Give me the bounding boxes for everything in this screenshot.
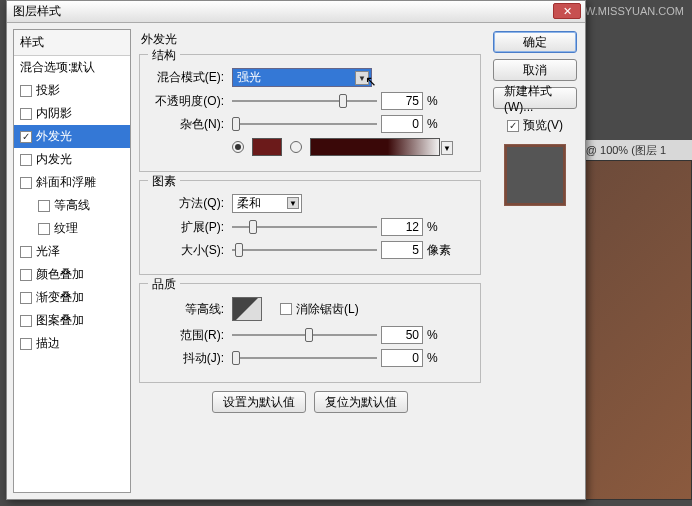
style-item[interactable]: 等高线: [14, 194, 130, 217]
style-item[interactable]: 颜色叠加: [14, 263, 130, 286]
pct-unit: %: [427, 351, 455, 365]
antialias-label: 消除锯齿(L): [296, 301, 359, 318]
style-checkbox[interactable]: [20, 85, 32, 97]
pct-unit: %: [427, 94, 455, 108]
style-item[interactable]: 光泽: [14, 240, 130, 263]
new-style-button[interactable]: 新建样式(W)...: [493, 87, 577, 109]
preview-thumbnail: [504, 144, 566, 206]
blend-mode-label: 混合模式(E):: [150, 69, 228, 86]
pct-unit: %: [427, 117, 455, 131]
style-item[interactable]: 图案叠加: [14, 309, 130, 332]
style-checkbox[interactable]: [20, 154, 32, 166]
style-item-label: 等高线: [54, 197, 90, 214]
style-checkbox[interactable]: [20, 338, 32, 350]
gradient-swatch[interactable]: ▼: [310, 138, 440, 156]
spread-input[interactable]: 12: [381, 218, 423, 236]
pct-unit: %: [427, 220, 455, 234]
style-checkbox[interactable]: [20, 131, 32, 143]
style-item-label: 外发光: [36, 128, 72, 145]
style-item-label: 投影: [36, 82, 60, 99]
method-value: 柔和: [237, 195, 261, 212]
chevron-down-icon[interactable]: ▼: [287, 197, 299, 209]
blend-mode-combo[interactable]: 强光 ▼ ↖: [232, 68, 372, 87]
style-item[interactable]: 内阴影: [14, 102, 130, 125]
style-item-label: 内发光: [36, 151, 72, 168]
style-item[interactable]: 纹理: [14, 217, 130, 240]
layer-style-dialog: 图层样式 ✕ 样式 混合选项:默认 投影内阴影外发光内发光斜面和浮雕等高线纹理光…: [6, 0, 586, 500]
style-item-label: 渐变叠加: [36, 289, 84, 306]
right-buttons: 确定 取消 新建样式(W)... 预览(V): [489, 23, 585, 499]
spread-label: 扩展(P):: [150, 219, 228, 236]
antialias-checkbox[interactable]: [280, 303, 292, 315]
style-checkbox[interactable]: [20, 177, 32, 189]
method-combo[interactable]: 柔和 ▼: [232, 194, 302, 213]
style-item-label: 光泽: [36, 243, 60, 260]
pct-unit: %: [427, 328, 455, 342]
range-slider[interactable]: [232, 326, 377, 344]
method-label: 方法(Q):: [150, 195, 228, 212]
settings-panel: 外发光 结构 混合模式(E): 强光 ▼ ↖ 不透明度(O): 75 %: [131, 23, 489, 499]
preview-label: 预览(V): [523, 117, 563, 134]
quality-group: 品质 等高线: 消除锯齿(L) 范围(R): 50 % 抖动(J):: [139, 283, 481, 383]
quality-legend: 品质: [148, 276, 180, 293]
elements-group: 图素 方法(Q): 柔和 ▼ 扩展(P): 12 % 大小(S):: [139, 180, 481, 275]
style-checkbox[interactable]: [38, 223, 50, 235]
jitter-input[interactable]: 0: [381, 349, 423, 367]
blend-mode-value: 强光: [237, 69, 261, 86]
set-default-button[interactable]: 设置为默认值: [212, 391, 306, 413]
close-button[interactable]: ✕: [553, 3, 581, 19]
reset-default-button[interactable]: 复位为默认值: [314, 391, 408, 413]
contour-picker[interactable]: [232, 297, 262, 321]
px-unit: 像素: [427, 242, 455, 259]
style-item-label: 图案叠加: [36, 312, 84, 329]
style-checkbox[interactable]: [20, 292, 32, 304]
style-checkbox[interactable]: [38, 200, 50, 212]
style-item-label: 纹理: [54, 220, 78, 237]
style-item-label: 描边: [36, 335, 60, 352]
spread-slider[interactable]: [232, 218, 377, 236]
range-input[interactable]: 50: [381, 326, 423, 344]
style-checkbox[interactable]: [20, 315, 32, 327]
styles-header[interactable]: 样式: [14, 30, 130, 56]
noise-slider[interactable]: [232, 115, 377, 133]
size-slider[interactable]: [232, 241, 377, 259]
styles-list: 样式 混合选项:默认 投影内阴影外发光内发光斜面和浮雕等高线纹理光泽颜色叠加渐变…: [13, 29, 131, 493]
titlebar[interactable]: 图层样式 ✕: [7, 1, 585, 23]
opacity-label: 不透明度(O):: [150, 93, 228, 110]
style-checkbox[interactable]: [20, 108, 32, 120]
opacity-input[interactable]: 75: [381, 92, 423, 110]
style-item[interactable]: 投影: [14, 79, 130, 102]
dialog-title: 图层样式: [13, 3, 61, 20]
opacity-slider[interactable]: [232, 92, 377, 110]
cursor-icon: ↖: [365, 73, 377, 89]
style-checkbox[interactable]: [20, 246, 32, 258]
jitter-slider[interactable]: [232, 349, 377, 367]
style-checkbox[interactable]: [20, 269, 32, 281]
noise-input[interactable]: 0: [381, 115, 423, 133]
contour-label: 等高线:: [150, 301, 228, 318]
style-item[interactable]: 外发光: [14, 125, 130, 148]
style-item[interactable]: 渐变叠加: [14, 286, 130, 309]
gradient-radio[interactable]: [290, 141, 302, 153]
cancel-button[interactable]: 取消: [493, 59, 577, 81]
jitter-label: 抖动(J):: [150, 350, 228, 367]
size-input[interactable]: 5: [381, 241, 423, 259]
style-item[interactable]: 描边: [14, 332, 130, 355]
structure-legend: 结构: [148, 47, 180, 64]
elements-legend: 图素: [148, 173, 180, 190]
style-item[interactable]: 斜面和浮雕: [14, 171, 130, 194]
ok-button[interactable]: 确定: [493, 31, 577, 53]
noise-label: 杂色(N):: [150, 116, 228, 133]
chevron-down-icon[interactable]: ▼: [441, 141, 453, 155]
style-item[interactable]: 内发光: [14, 148, 130, 171]
style-item-label: 斜面和浮雕: [36, 174, 96, 191]
color-swatch[interactable]: [252, 138, 282, 156]
blending-options-item[interactable]: 混合选项:默认: [14, 56, 130, 79]
style-item-label: 颜色叠加: [36, 266, 84, 283]
preview-checkbox[interactable]: [507, 120, 519, 132]
style-item-label: 内阴影: [36, 105, 72, 122]
panel-title: 外发光: [137, 29, 483, 50]
size-label: 大小(S):: [150, 242, 228, 259]
range-label: 范围(R):: [150, 327, 228, 344]
color-radio[interactable]: [232, 141, 244, 153]
